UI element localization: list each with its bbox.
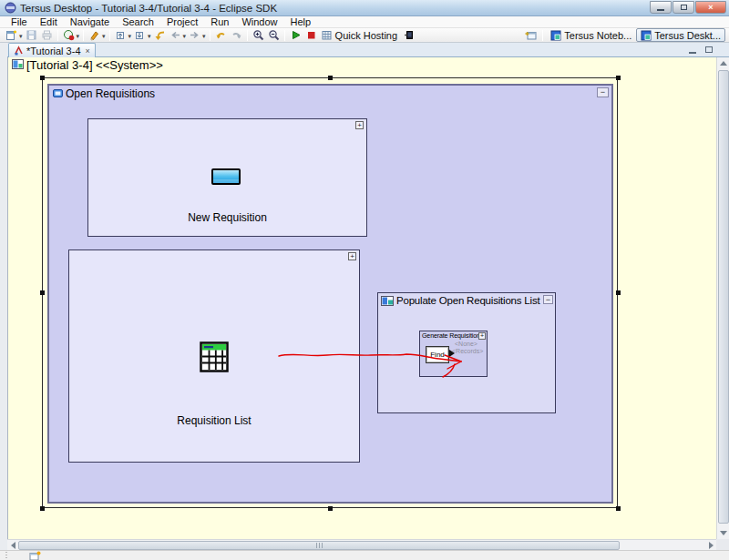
button-element-icon	[211, 168, 241, 185]
new-dropdown-icon[interactable]: ▾	[19, 33, 23, 40]
forward-button[interactable]	[187, 29, 202, 42]
selection-handle[interactable]	[328, 506, 333, 511]
window-controls: ×	[650, 1, 726, 14]
menu-run[interactable]: Run	[204, 16, 235, 27]
run-application-button[interactable]	[288, 29, 303, 42]
marker-tool-button[interactable]	[87, 29, 102, 42]
find-label: Find	[430, 351, 445, 359]
minimize-icon	[657, 9, 664, 11]
quick-hosting-button[interactable]: Quick Hosting	[319, 29, 402, 42]
new-requisition-box[interactable]: + New Requisition	[87, 118, 367, 237]
quick-run-icon	[63, 29, 75, 41]
zoom-in-icon	[252, 29, 264, 41]
container-title: Open Requisitions	[66, 87, 155, 100]
selection-handle[interactable]	[616, 76, 621, 80]
vertical-scrollbar[interactable]	[716, 57, 729, 539]
selection-handle[interactable]	[40, 290, 45, 295]
perspective-bar: Tersus Noteb... Tersus Deskt...	[523, 28, 725, 42]
print-button[interactable]	[39, 29, 55, 42]
back-button[interactable]	[168, 29, 183, 42]
tersus-desktop-icon	[641, 30, 652, 41]
vertical-scroll-thumb[interactable]	[718, 70, 729, 524]
menu-file[interactable]: File	[5, 16, 34, 27]
toolbar-separator	[57, 30, 58, 41]
expand-button[interactable]: +	[478, 332, 486, 340]
back-dropdown-icon[interactable]: ▾	[183, 33, 187, 40]
minimize-view-icon[interactable]	[685, 44, 700, 56]
menu-help[interactable]: Help	[284, 16, 318, 27]
fast-view-icon[interactable]	[29, 551, 41, 560]
scroll-left-icon[interactable]	[7, 541, 18, 550]
horizontal-scroll-thumb[interactable]	[18, 541, 620, 550]
scrollbar-corner	[716, 539, 729, 550]
undo-button[interactable]	[213, 29, 229, 42]
editor-view-buttons	[685, 44, 716, 56]
tab-close-icon[interactable]: ×	[86, 46, 90, 56]
editor-tab[interactable]: *Tutorial 3-4 ×	[8, 43, 96, 57]
quick-run-dropdown-icon[interactable]: ▾	[77, 33, 80, 40]
open-perspective-icon	[525, 29, 538, 41]
expand-button[interactable]: +	[355, 121, 364, 129]
new-wizard-button[interactable]	[4, 29, 19, 42]
maximize-button[interactable]	[673, 1, 694, 14]
quick-run-button[interactable]	[61, 29, 77, 42]
undo-icon	[215, 29, 227, 41]
menu-edit[interactable]: Edit	[34, 16, 64, 27]
redo-icon	[231, 29, 242, 41]
expand-button[interactable]: +	[348, 252, 356, 260]
selection-handle[interactable]	[40, 506, 45, 511]
selection-handle[interactable]	[616, 506, 621, 511]
close-button[interactable]: ×	[695, 1, 726, 14]
scroll-up-icon[interactable]	[718, 57, 729, 69]
requisition-list-box[interactable]: + Requisition List	[68, 249, 360, 463]
minimize-button[interactable]	[650, 1, 672, 14]
show-links-icon	[115, 29, 127, 41]
status-bar	[0, 550, 729, 560]
populate-open-requisitions-box[interactable]: Populate Open Requisitions List − Genera…	[377, 292, 556, 413]
collapse-button[interactable]: −	[597, 87, 609, 97]
quick-hosting-icon	[321, 29, 333, 41]
fast-view-grip[interactable]	[5, 552, 7, 560]
perspective-tersus-desktop[interactable]: Tersus Deskt...	[636, 28, 725, 42]
perspective-tersus-notebook[interactable]: Tersus Noteb...	[546, 28, 636, 42]
editor-tab-row: *Tutorial 3-4 ×	[7, 43, 729, 57]
zoom-out-button[interactable]	[266, 29, 282, 42]
selection-handle[interactable]	[40, 76, 45, 80]
canvas-title: [Tutorial 3-4] <<System>>	[26, 58, 163, 72]
diagram-canvas[interactable]: [Tutorial 3-4] <<System>> Open Requisiti…	[7, 57, 716, 539]
menu-navigate[interactable]: Navigate	[64, 16, 116, 27]
generate-requisition-box[interactable]: Generate Requisition + Find <None> <Reco…	[419, 331, 488, 377]
menu-project[interactable]: Project	[160, 16, 204, 27]
forward-dropdown-icon[interactable]: ▾	[202, 33, 206, 40]
selection-handle[interactable]	[616, 290, 621, 295]
show-links-dropdown-icon[interactable]: ▾	[128, 33, 132, 40]
redo-button[interactable]	[229, 29, 244, 42]
horizontal-scrollbar[interactable]	[7, 539, 716, 550]
selection-handle[interactable]	[328, 76, 333, 80]
zoom-in-button[interactable]	[251, 29, 266, 42]
menu-search[interactable]: Search	[116, 16, 160, 27]
stop-button[interactable]	[303, 29, 319, 42]
left-gutter	[0, 43, 7, 550]
title-bar: Tersus Desktop - Tutorial 3-4/Tutorial 3…	[0, 0, 729, 16]
show-callers-button[interactable]	[132, 29, 148, 42]
show-links-button[interactable]	[113, 29, 128, 42]
slot-records-label: <Records>	[452, 348, 483, 354]
go-up-icon	[154, 29, 166, 41]
find-box[interactable]: Find	[426, 346, 449, 363]
marker-tool-icon	[88, 29, 100, 41]
deploy-button[interactable]	[402, 29, 417, 42]
maximize-view-icon[interactable]	[702, 44, 716, 56]
go-up-button[interactable]	[152, 29, 168, 42]
collapse-button[interactable]: −	[543, 295, 553, 304]
menu-window[interactable]: Window	[235, 16, 283, 27]
open-perspective-button[interactable]	[523, 29, 539, 42]
marker-dropdown-icon[interactable]: ▾	[102, 33, 106, 40]
save-button[interactable]	[24, 29, 39, 42]
new-requisition-label: New Requisition	[88, 211, 366, 224]
scroll-down-icon[interactable]	[718, 527, 729, 539]
scroll-right-icon[interactable]	[705, 541, 716, 550]
toolbar-separator	[542, 30, 543, 41]
show-callers-dropdown-icon[interactable]: ▾	[148, 33, 151, 40]
table-element-icon	[200, 341, 229, 374]
